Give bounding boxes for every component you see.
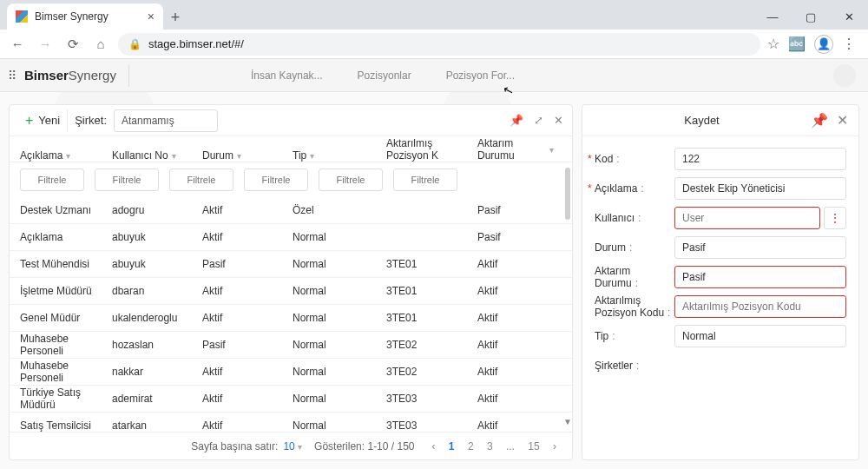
pagination: Sayfa başına satır: 10 ▾ Gösterilen: 1-1… (10, 432, 572, 459)
chevron-down-icon: ▾ (66, 151, 70, 161)
form-body: Kod: Açıklama: Kullanıcı: ⋮ Durum: Aktar… (582, 136, 858, 390)
page-2[interactable]: 2 (463, 440, 479, 452)
table-row[interactable]: Türkiye Satış MüdürüademiratAktifNormal3… (10, 386, 572, 413)
aktarim-label: Aktarım Durumu: (595, 265, 674, 289)
avatar[interactable] (833, 64, 856, 87)
crumb-hr[interactable]: İnsan Kaynak... (233, 69, 340, 82)
aciklama-input[interactable] (674, 177, 846, 200)
translate-icon[interactable]: 🔤 (788, 36, 806, 52)
list-toolbar: + Yeni Şirket: 📌 ⤢ ✕ (10, 105, 572, 136)
workspace: + Yeni Şirket: 📌 ⤢ ✕ Açıklama▾ Kullanıcı… (0, 92, 868, 469)
cell-aktarim: Aktif (472, 393, 559, 405)
window-maximize-icon[interactable]: ▢ (792, 3, 830, 30)
col-kullanici[interactable]: Kullanıcı No▾ (107, 149, 197, 162)
nav-forward-icon[interactable]: → (35, 36, 56, 51)
col-aktarilmis[interactable]: Aktarılmış Pozisyon K (381, 137, 472, 162)
new-tab-button[interactable]: + (163, 5, 187, 30)
url-field[interactable]: 🔒 stage.bimser.net/#/ (118, 33, 760, 56)
tip-select[interactable] (674, 325, 846, 347)
kullanici-label: Kullanıcı: (595, 212, 674, 224)
positions-list-panel: + Yeni Şirket: 📌 ⤢ ✕ Açıklama▾ Kullanıcı… (9, 104, 573, 460)
crumb-positions[interactable]: Pozisyonlar (340, 69, 429, 82)
cell-aktarim: Aktif (472, 419, 559, 432)
per-page-select[interactable]: 10 ▾ (283, 440, 302, 452)
form-toolbar: Kaydet 📌 ✕ (582, 105, 858, 136)
table-row[interactable]: AçıklamaabuyukAktifNormalPasif (10, 224, 572, 251)
page-next[interactable]: › (548, 440, 562, 452)
new-button[interactable]: + Yeni (18, 109, 68, 132)
table-row[interactable]: İşletme MüdürüdbaranAktifNormal3TE01Akti… (10, 278, 572, 305)
kod-input[interactable] (674, 148, 846, 170)
app-header: ⠿ BimserSynergy İnsan Kaynak... Pozisyon… (0, 59, 868, 92)
table-row[interactable]: Genel MüdürukalenderogluAktifNormal3TE01… (10, 305, 572, 332)
scrollbar[interactable]: ▼ (565, 168, 570, 426)
aktarim-select[interactable] (674, 266, 846, 288)
nav-home-icon[interactable]: ⌂ (90, 36, 111, 51)
close-icon[interactable]: ✕ (837, 112, 848, 129)
kullanici-picker-button[interactable]: ⋮ (824, 207, 846, 229)
nav-back-icon[interactable]: ← (7, 36, 28, 51)
table-row[interactable]: Test MühendisiabuyukPasifNormal3TE01Akti… (10, 251, 572, 278)
cell-aktarim: Aktif (472, 285, 559, 297)
cell-tip: Normal (287, 419, 381, 432)
cell-durum: Aktif (197, 419, 287, 432)
company-label: Şirket: (75, 114, 107, 127)
cell-aktarim: Aktif (472, 339, 559, 351)
filter-durum[interactable] (169, 168, 233, 191)
position-form-panel: Kaydet 📌 ✕ Kod: Açıklama: Kullanıcı: ⋮ (582, 104, 859, 460)
cell-durum: Aktif (197, 366, 287, 378)
cell-aciklama: İşletme Müdürü (15, 285, 107, 297)
cell-aktarilmis: 3TE02 (381, 339, 472, 351)
col-aciklama[interactable]: Açıklama▾ (15, 149, 107, 162)
brand[interactable]: BimserSynergy (24, 68, 128, 83)
filter-kullanici[interactable] (95, 168, 159, 191)
col-durum[interactable]: Durum▾ (197, 149, 287, 162)
app-launcher-icon[interactable]: ⠿ (0, 69, 24, 83)
chevron-down-icon: ▾ (172, 151, 176, 161)
cell-kullanici: adogru (107, 204, 197, 216)
browser-tab-strip: Bimser Synergy × + — ▢ ✕ (0, 0, 868, 30)
crumb-position-form[interactable]: Pozisyon For... (429, 69, 532, 82)
expand-icon[interactable]: ⤢ (534, 114, 543, 127)
durum-select[interactable] (674, 236, 846, 259)
star-icon[interactable]: ☆ (767, 36, 779, 52)
browser-tab[interactable]: Bimser Synergy × (7, 3, 163, 30)
page-1[interactable]: 1 (444, 440, 460, 452)
cell-aktarim: Aktif (472, 258, 559, 270)
pin-icon[interactable]: 📌 (510, 114, 523, 127)
aciklama-label: Açıklama: (595, 182, 674, 195)
table-row[interactable]: Destek UzmanıadogruAktifÖzelPasif (10, 197, 572, 224)
cell-kullanici: dbaran (107, 285, 197, 297)
sirketler-label: Şirketler: (595, 360, 674, 372)
cell-tip: Normal (287, 366, 381, 378)
url-text: stage.bimser.net/#/ (148, 37, 244, 50)
cell-durum: Aktif (197, 285, 287, 297)
table-row[interactable]: Muhasebe PersonelihozaslanPasifNormal3TE… (10, 332, 572, 359)
filter-aktarim[interactable] (393, 168, 457, 191)
page-3[interactable]: 3 (482, 440, 498, 452)
filter-aktarilmis[interactable] (319, 168, 383, 191)
nav-reload-icon[interactable]: ⟳ (62, 36, 83, 52)
filter-tip[interactable] (244, 168, 308, 191)
window-close-icon[interactable]: ✕ (830, 3, 868, 30)
kullanici-input[interactable] (674, 207, 820, 229)
aktarilmis-input[interactable] (674, 295, 846, 318)
pin-icon[interactable]: 📌 (811, 112, 828, 129)
kebab-icon[interactable]: ⋮ (842, 36, 856, 52)
col-tip[interactable]: Tip▾ (287, 149, 381, 162)
col-aktarim[interactable]: Aktarım Durumu▾ (472, 137, 559, 162)
close-icon[interactable]: ✕ (554, 114, 563, 127)
cell-durum: Pasif (197, 339, 287, 351)
window-minimize-icon[interactable]: — (753, 3, 792, 30)
filter-aciklama[interactable] (20, 168, 84, 191)
column-headers: Açıklama▾ Kullanıcı No▾ Durum▾ Tip▾ Akta… (10, 136, 572, 162)
page-prev[interactable]: ‹ (427, 440, 441, 452)
per-page-label: Sayfa başına satır: (191, 440, 278, 452)
profile-icon[interactable]: 👤 (814, 35, 833, 54)
tab-close-icon[interactable]: × (148, 10, 155, 23)
company-select[interactable] (114, 109, 218, 132)
table-row[interactable]: Muhasebe PersonelinakkarAktifNormal3TE02… (10, 359, 572, 386)
table-row[interactable]: Satış TemsilcisiatarkanAktifNormal3TE03A… (10, 413, 572, 432)
table-body: Destek UzmanıadogruAktifÖzelPasifAçıklam… (10, 197, 572, 432)
page-last[interactable]: 15 (523, 440, 544, 452)
